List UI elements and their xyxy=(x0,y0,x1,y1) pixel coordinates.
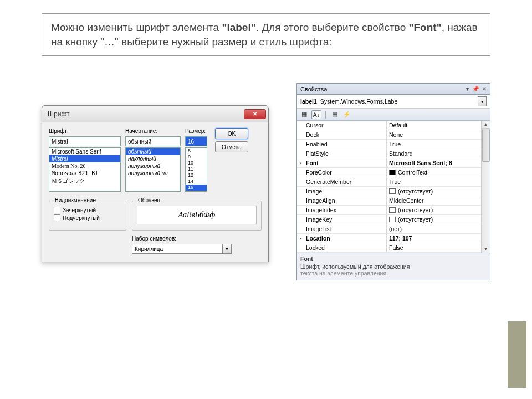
property-name: ImageKey xyxy=(305,215,387,224)
property-name: FlatStyle xyxy=(305,149,387,158)
alphabetical-icon[interactable]: A↓ xyxy=(311,110,321,119)
property-row[interactable]: GenerateMemberTrue xyxy=(297,177,481,187)
property-row[interactable]: ImageList(нет) xyxy=(297,224,481,234)
categorized-icon[interactable]: ▦ xyxy=(299,110,309,119)
color-swatch xyxy=(389,217,396,222)
list-item[interactable]: Modern No. 20 xyxy=(49,162,120,170)
font-label: Шрифт: xyxy=(49,128,121,134)
expand-icon[interactable]: ▸ xyxy=(297,160,305,166)
dialog-titlebar[interactable]: Шрифт ✕ xyxy=(42,106,268,122)
property-row[interactable]: ▸Location117; 107 xyxy=(297,234,481,243)
property-name: GenerateMember xyxy=(305,177,387,186)
list-item[interactable]: наклонный xyxy=(126,155,180,162)
property-value[interactable]: Default xyxy=(387,122,481,129)
property-value[interactable]: True xyxy=(387,141,481,147)
close-button[interactable]: ✕ xyxy=(244,109,266,119)
object-selector[interactable]: label1 System.Windows.Forms.Label ▾ xyxy=(297,95,490,109)
list-item[interactable]: 16 xyxy=(186,185,207,191)
property-row[interactable]: FlatStyleStandard xyxy=(297,149,481,158)
property-value[interactable]: 117; 107 xyxy=(387,235,481,242)
style-listbox[interactable]: обычный наклонный полужирный полужирный … xyxy=(125,147,181,192)
property-name: Dock xyxy=(305,130,387,139)
desc-text-1: Шрифт, используемый для отображения xyxy=(300,263,410,270)
list-item[interactable]: 10 xyxy=(186,160,207,166)
list-item[interactable]: 9 xyxy=(186,154,207,160)
dialog-title: Шрифт xyxy=(48,110,69,118)
vertical-scrollbar[interactable]: ▲ ▼ xyxy=(481,121,490,253)
list-item[interactable]: ＭＳゴシック xyxy=(49,177,120,186)
list-item[interactable]: Mistral xyxy=(49,155,120,162)
color-swatch xyxy=(389,188,396,194)
property-value[interactable]: Standard xyxy=(387,150,481,157)
close-icon[interactable]: ✕ xyxy=(482,86,487,92)
scroll-thumb[interactable] xyxy=(482,129,490,162)
style-label: Начертание: xyxy=(125,128,181,134)
sample-text: АаВвБбФф xyxy=(137,206,257,224)
checkbox-icon xyxy=(54,207,60,213)
property-value[interactable]: ControlText xyxy=(387,169,481,176)
expand-icon[interactable]: ▸ xyxy=(297,236,305,241)
description-pane: Font Шрифт, используемый для отображения… xyxy=(297,253,490,280)
underline-label: Подчеркнутый xyxy=(63,215,100,221)
property-row[interactable]: ImageAlignMiddleCenter xyxy=(297,196,481,206)
object-name: label1 xyxy=(300,98,317,105)
style-input[interactable]: обычный xyxy=(125,136,181,146)
chevron-down-icon: ▼ xyxy=(223,244,232,254)
property-value[interactable]: MiddleCenter xyxy=(387,197,481,204)
properties-panel: Свойства ▾ 📌 ✕ label1 System.Windows.For… xyxy=(296,83,490,280)
size-listbox[interactable]: 8 9 10 11 12 14 16 xyxy=(185,147,207,192)
properties-icon[interactable]: ▤ xyxy=(330,110,340,119)
list-item[interactable]: 8 xyxy=(186,148,207,154)
header-text-1: Можно изменить шрифт элемента xyxy=(51,22,222,33)
property-value[interactable]: Microsoft Sans Serif; 8 xyxy=(387,160,481,166)
property-value[interactable]: (отсутствует) xyxy=(387,188,481,195)
property-value[interactable]: (нет) xyxy=(387,226,481,232)
scroll-up-icon[interactable]: ▲ xyxy=(482,121,490,129)
property-grid[interactable]: CursorDefaultDockNoneEnabledTrueFlatStyl… xyxy=(297,121,481,253)
list-item[interactable]: 14 xyxy=(186,178,207,185)
property-row[interactable]: CursorDefault xyxy=(297,121,481,130)
property-name: Font xyxy=(305,158,387,167)
property-row[interactable]: ▸FontMicrosoft Sans Serif; 8 xyxy=(297,158,481,168)
object-type: System.Windows.Forms.Label xyxy=(320,98,399,105)
property-value[interactable]: (отсутствует) xyxy=(387,207,481,213)
ok-button[interactable]: OK xyxy=(215,128,248,139)
properties-toolbar: ▦ A↓ ▤ ⚡ xyxy=(297,109,490,121)
scroll-down-icon[interactable]: ▼ xyxy=(482,245,490,253)
sample-group: Образец АаВвБбФф xyxy=(132,201,262,231)
size-input[interactable]: 16 xyxy=(185,136,207,146)
cancel-button[interactable]: Отмена xyxy=(215,141,248,152)
property-value[interactable]: False xyxy=(387,244,481,251)
property-row[interactable]: EnabledTrue xyxy=(297,140,481,149)
property-row[interactable]: ImageIndex(отсутствует) xyxy=(297,206,481,215)
instruction-header: Можно изменить шрифт элемента "label". Д… xyxy=(42,13,490,56)
list-item[interactable]: обычный xyxy=(126,148,180,155)
chevron-down-icon[interactable]: ▾ xyxy=(466,86,469,92)
property-value[interactable]: True xyxy=(387,178,481,185)
desc-text-2: текста на элементе управления. xyxy=(300,270,388,277)
list-item[interactable]: полужирный на xyxy=(126,170,180,177)
property-row[interactable]: ImageKey(отсутствует) xyxy=(297,215,481,224)
font-listbox[interactable]: Microsoft Sans Serif Mistral Modern No. … xyxy=(49,147,121,192)
property-row[interactable]: ForeColorControlText xyxy=(297,168,481,177)
events-icon[interactable]: ⚡ xyxy=(342,110,352,119)
strikeout-checkbox[interactable]: Зачеркнутый xyxy=(54,207,121,213)
property-value[interactable]: None xyxy=(387,131,481,138)
list-item[interactable]: полужирный xyxy=(126,162,180,170)
desc-title: Font xyxy=(300,255,487,262)
list-item[interactable]: 11 xyxy=(186,166,207,172)
property-name: ImageList xyxy=(305,224,387,233)
list-item[interactable]: Microsoft Sans Serif xyxy=(49,148,120,155)
script-dropdown[interactable]: Кириллица ▼ xyxy=(132,244,232,254)
property-row[interactable]: Image(отсутствует) xyxy=(297,187,481,196)
property-row[interactable]: LockedFalse xyxy=(297,243,481,253)
font-input[interactable]: Mistral xyxy=(49,136,121,146)
properties-header[interactable]: Свойства ▾ 📌 ✕ xyxy=(297,84,490,95)
underline-checkbox[interactable]: Подчеркнутый xyxy=(54,214,121,221)
property-row[interactable]: DockNone xyxy=(297,130,481,140)
list-item[interactable]: Monospac821 BT xyxy=(49,170,120,177)
pin-icon[interactable]: 📌 xyxy=(472,86,479,92)
property-value[interactable]: (отсутствует) xyxy=(387,216,481,223)
color-swatch xyxy=(389,170,396,175)
list-item[interactable]: 12 xyxy=(186,172,207,178)
